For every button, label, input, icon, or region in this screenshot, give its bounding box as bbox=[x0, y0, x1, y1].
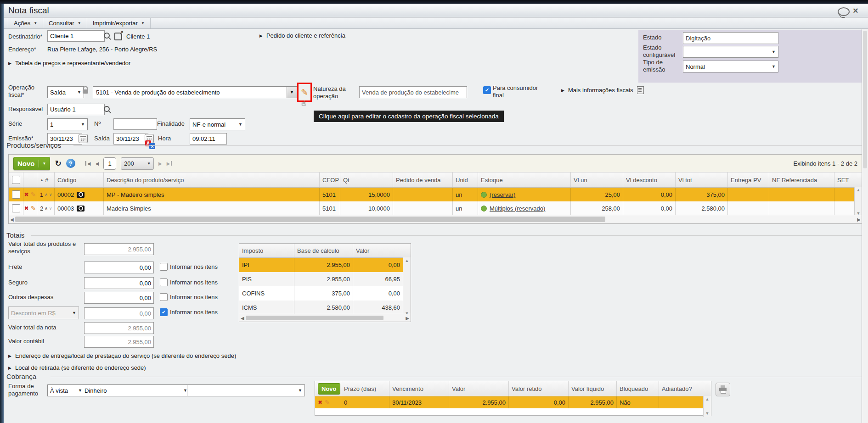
column-descricao[interactable]: Descrição do produto/serviço bbox=[104, 173, 320, 187]
destinatario-link[interactable]: Cliente 1 bbox=[126, 33, 150, 40]
column-cfop[interactable]: CFOP bbox=[320, 173, 340, 187]
column-set[interactable]: SET bbox=[834, 173, 854, 187]
table-row[interactable]: ✖✎ 2∧∨ 00003 Madeira Simples 5101 10,000… bbox=[9, 201, 854, 216]
forma-pagamento-tipo-select[interactable]: À vista▼ bbox=[47, 384, 85, 396]
toggle-local-retirada[interactable]: ▶Local de retirada (se diferente do ende… bbox=[8, 364, 146, 371]
column-vl-desconto[interactable]: Vl desconto bbox=[623, 173, 676, 187]
menu-consultar[interactable]: Consultar▼ bbox=[43, 18, 87, 28]
column-imposto[interactable]: Imposto bbox=[239, 244, 294, 257]
vertical-scrollbar[interactable]: ▲ ▼ bbox=[854, 187, 862, 217]
column-codigo[interactable]: Código bbox=[55, 173, 104, 187]
seguro-input[interactable]: 0,00 bbox=[84, 277, 154, 289]
last-page-icon[interactable]: ▶ bbox=[167, 161, 172, 166]
row-edit-icon[interactable]: ✎ bbox=[325, 399, 330, 406]
finalidade-select[interactable]: NF-e normal▼ bbox=[190, 118, 245, 130]
select-all-checkbox[interactable] bbox=[12, 176, 20, 184]
external-link-icon[interactable] bbox=[114, 33, 122, 40]
tipo-emissao-select[interactable]: Normal▼ bbox=[683, 61, 778, 72]
toggle-pedido-cliente[interactable]: ▶Pedido do cliente e referência bbox=[259, 32, 345, 39]
estado-configuravel-select[interactable]: ▼ bbox=[683, 46, 778, 58]
column-bloqueado[interactable]: Bloqueado bbox=[617, 381, 659, 396]
row-edit-icon[interactable]: ✎ bbox=[31, 191, 36, 198]
row-checkbox[interactable] bbox=[12, 190, 20, 199]
horizontal-scrollbar[interactable]: ◀ ▶ bbox=[9, 215, 862, 223]
scroll-left-icon[interactable]: ◀ bbox=[10, 217, 14, 222]
consumidor-final-checkbox[interactable]: ✔ bbox=[483, 86, 491, 94]
stock-link[interactable]: Múltiplos (reservado) bbox=[490, 205, 545, 212]
scrollbar-thumb[interactable] bbox=[863, 31, 867, 168]
move-up-icon[interactable]: ∧ bbox=[45, 192, 48, 197]
operacao-fiscal-combo[interactable]: 5101 - Venda de produção do estabelecime… bbox=[93, 86, 297, 98]
serie-select[interactable]: 1▼ bbox=[47, 118, 88, 130]
row-delete-icon[interactable]: ✖ bbox=[24, 205, 29, 212]
column-nf-referenciada[interactable]: NF Referenciada bbox=[769, 173, 834, 187]
hora-input[interactable]: 09:02:11 bbox=[190, 133, 227, 145]
chat-icon[interactable] bbox=[838, 7, 850, 16]
scroll-left-icon[interactable]: ◀ bbox=[241, 316, 244, 321]
search-icon[interactable] bbox=[104, 33, 110, 39]
column-pedido[interactable]: Pedido de venda bbox=[393, 173, 453, 187]
table-row[interactable]: COFINS 375,00 0,00 bbox=[239, 286, 403, 301]
page-number-box[interactable]: 1 bbox=[103, 157, 116, 170]
informar-seguro-checkbox[interactable] bbox=[160, 278, 168, 286]
prev-page-icon[interactable]: ◀ bbox=[95, 161, 99, 166]
column-valor[interactable]: Valor bbox=[449, 381, 509, 396]
forma-pagamento-extra-select[interactable]: ▼ bbox=[187, 384, 305, 396]
move-up-icon[interactable]: ∧ bbox=[45, 206, 48, 211]
refresh-icon[interactable]: ↻ bbox=[55, 159, 61, 168]
scroll-right-icon[interactable]: ▶ bbox=[857, 217, 861, 222]
row-delete-icon[interactable]: ✖ bbox=[318, 399, 322, 406]
scroll-up-icon[interactable]: ▲ bbox=[405, 259, 409, 263]
menu-imprimir-exportar[interactable]: Imprimir/exportar▼ bbox=[87, 18, 151, 28]
column-base-calculo[interactable]: Base de cálculo bbox=[294, 244, 353, 257]
edit-pencil-icon[interactable]: ✎ bbox=[301, 88, 308, 97]
column-qt[interactable]: Qt bbox=[340, 173, 393, 187]
combo-dropdown-icon[interactable]: ▼ bbox=[287, 87, 297, 98]
camera-icon[interactable] bbox=[77, 192, 85, 198]
column-num[interactable]: ▲# bbox=[37, 173, 55, 187]
scrollbar-thumb[interactable] bbox=[246, 316, 383, 320]
table-row[interactable]: ICMS 2.580,00 438,60 bbox=[239, 301, 403, 315]
search-icon[interactable] bbox=[104, 106, 110, 112]
scroll-up-icon[interactable]: ▲ bbox=[705, 397, 710, 401]
natureza-operacao-input[interactable]: Venda de produção do estabelecime bbox=[359, 86, 467, 98]
scroll-down-icon[interactable]: ▼ bbox=[705, 412, 710, 416]
table-row[interactable]: ✖✎ 0 30/11/2023 2.955,00 0,00 2.955,00 N… bbox=[315, 396, 703, 408]
move-down-icon[interactable]: ∨ bbox=[49, 192, 52, 197]
informar-desconto-checkbox[interactable]: ✔ bbox=[160, 308, 168, 316]
toggle-tabela-precos[interactable]: ▶Tabela de preços e representante/vended… bbox=[8, 60, 130, 67]
column-adiantado[interactable]: Adiantado? bbox=[659, 381, 703, 396]
column-vl-un[interactable]: Vl un bbox=[571, 173, 623, 187]
column-valor-liquido[interactable]: Valor líquido bbox=[569, 381, 617, 396]
column-valor[interactable]: Valor bbox=[353, 244, 403, 257]
scroll-up-icon[interactable]: ▲ bbox=[857, 188, 861, 192]
row-checkbox[interactable] bbox=[12, 204, 20, 212]
column-valor-retido[interactable]: Valor retido bbox=[509, 381, 569, 396]
desconto-input[interactable]: 0,00 bbox=[84, 307, 154, 319]
destinatario-input[interactable]: Cliente 1 bbox=[47, 30, 105, 42]
informar-frete-checkbox[interactable] bbox=[160, 263, 168, 271]
saida-input[interactable]: 30/11/23 bbox=[113, 133, 148, 145]
row-edit-icon[interactable]: ✎ bbox=[31, 205, 36, 212]
stock-link[interactable]: (reservar) bbox=[490, 191, 515, 198]
horizontal-scrollbar[interactable]: ◀ ▶ bbox=[239, 314, 411, 322]
table-row[interactable]: IPI 2.955,00 0,00 bbox=[239, 258, 403, 272]
vertical-scrollbar[interactable]: ▲ ▼ bbox=[403, 257, 411, 317]
close-icon[interactable]: × bbox=[853, 6, 858, 15]
move-down-icon[interactable]: ∨ bbox=[49, 206, 52, 211]
column-prazo[interactable]: Prazo (dias) bbox=[341, 381, 389, 396]
scrollbar-thumb[interactable] bbox=[15, 217, 605, 222]
vertical-scrollbar[interactable]: ▲ ▼ bbox=[703, 396, 711, 417]
numero-input[interactable] bbox=[113, 118, 157, 130]
novo-cobranca-button[interactable]: Novo bbox=[318, 383, 340, 395]
column-unid[interactable]: Unid bbox=[453, 173, 478, 187]
column-vencimento[interactable]: Vencimento bbox=[389, 381, 449, 396]
page-size-select[interactable]: 200▼ bbox=[121, 157, 154, 170]
frete-input[interactable]: 0,00 bbox=[84, 262, 154, 273]
column-vl-tot[interactable]: Vl tot bbox=[676, 173, 728, 187]
novo-produto-button[interactable]: Novo▼ bbox=[13, 157, 50, 170]
calendar-icon[interactable] bbox=[79, 134, 88, 143]
first-page-icon[interactable]: ◀ bbox=[85, 161, 91, 166]
toggle-mais-informacoes[interactable]: ▶Mais informações fiscais bbox=[561, 86, 644, 94]
menu-acoes[interactable]: Ações▼ bbox=[8, 18, 43, 28]
